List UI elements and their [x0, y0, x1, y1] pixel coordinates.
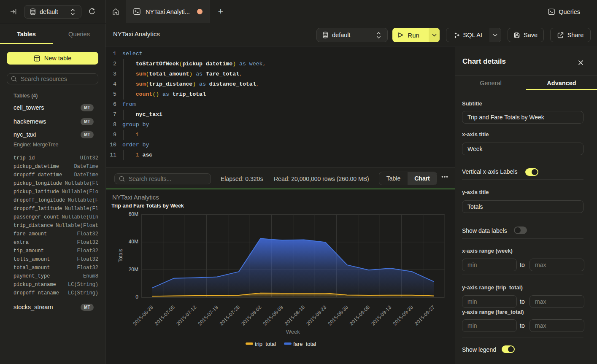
svg-text:2015-08-02: 2015-08-02: [240, 304, 263, 327]
svg-text:2015-09-20: 2015-09-20: [392, 304, 415, 327]
svg-text:Totals: Totals: [118, 249, 124, 263]
svg-text:2015-07-26: 2015-07-26: [219, 304, 241, 327]
svg-text:40M: 40M: [129, 239, 138, 245]
svg-text:60M: 60M: [129, 211, 138, 217]
svg-text:2015-08-16: 2015-08-16: [284, 304, 306, 327]
svg-text:2015-09-27: 2015-09-27: [413, 304, 436, 327]
svg-text:0: 0: [135, 294, 138, 300]
svg-text:NYTaxi Analytics: NYTaxi Analytics: [112, 194, 159, 201]
svg-text:2015-08-30: 2015-08-30: [327, 304, 350, 327]
svg-text:trip_total: trip_total: [255, 341, 276, 347]
svg-text:2015-07-05: 2015-07-05: [154, 304, 176, 327]
svg-text:2015-06-28: 2015-06-28: [132, 304, 155, 327]
svg-text:Trip and Fare Totals by Week: Trip and Fare Totals by Week: [111, 203, 184, 209]
svg-text:2015-09-13: 2015-09-13: [370, 304, 393, 327]
svg-text:2015-07-12: 2015-07-12: [175, 304, 198, 327]
svg-text:Week: Week: [286, 329, 300, 335]
svg-text:20M: 20M: [129, 267, 138, 272]
svg-text:2015-08-23: 2015-08-23: [305, 304, 328, 327]
svg-text:fare_total: fare_total: [293, 341, 316, 347]
svg-text:2015-07-19: 2015-07-19: [197, 304, 220, 327]
svg-text:2015-08-09: 2015-08-09: [262, 304, 285, 327]
svg-text:2015-09-06: 2015-09-06: [348, 304, 371, 327]
